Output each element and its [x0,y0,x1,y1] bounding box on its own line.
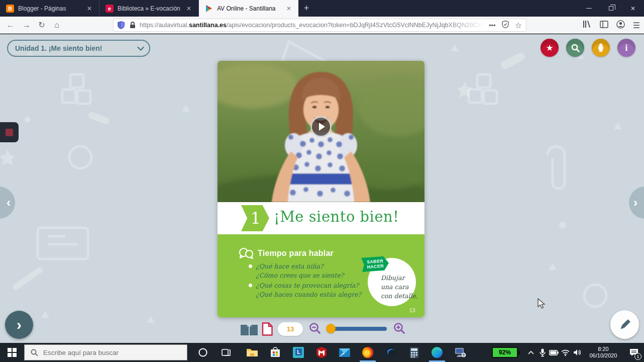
cortana-button[interactable] [191,343,214,362]
back-button[interactable]: ← [2,20,19,30]
tab-title: AV Online - Santillana [217,5,280,12]
volume-tray-button[interactable] [571,343,583,362]
bullet-icon [249,264,252,268]
person-icon [597,43,604,52]
tab-av-online-active[interactable]: AV Online - Santillana ✕ [199,0,298,17]
chevron-down-icon [137,44,144,51]
pc-share-button[interactable] [449,343,472,362]
zoom-out-icon[interactable] [309,322,321,334]
search-icon [31,349,38,356]
search-button[interactable] [566,39,584,57]
close-button[interactable]: ✕ [622,0,644,17]
edge-button[interactable] [425,343,449,362]
notification-count-badge: 1 [634,353,641,360]
bookmark-star-icon[interactable]: ☆ [515,21,522,30]
book-page: 1 ¡Me siento bien! Tiempo para hablar ¿Q… [218,61,424,317]
forward-button[interactable]: → [19,21,34,30]
play-video-button[interactable] [310,116,332,137]
tracking-protection-shield-icon[interactable] [118,21,125,29]
zoom-slider-knob[interactable] [326,324,336,333]
speech-bubbles-icon [239,247,254,259]
tab-close-icon[interactable]: ✕ [284,4,293,13]
page-number-field[interactable]: 13 [278,322,303,336]
browser-toolbar: ← → ↻ ⌂ https://aulavirtual.santillana.e… [0,17,644,34]
tray-date: 06/10/2020 [585,352,622,359]
action-center-button[interactable]: 1 [624,343,644,362]
new-tab-button[interactable]: + [298,0,314,17]
mail-button[interactable] [333,343,356,362]
unit-selector-dropdown[interactable]: Unidad 1. ¡Me siento bien! [7,40,150,57]
minimize-icon [586,8,592,9]
task-view-button[interactable] [214,343,238,362]
home-button[interactable]: ⌂ [49,21,64,30]
file-explorer-button[interactable] [241,343,264,362]
account-icon[interactable] [616,20,625,31]
taskbar-search-box[interactable] [24,344,187,360]
santillana-favicon-icon [205,5,213,13]
favorites-button[interactable]: ★ [541,39,559,57]
url-bar[interactable]: https://aulavirtual.santillana.es/apis/e… [113,19,526,32]
two-page-view-icon[interactable] [240,323,258,336]
chevron-right-icon: › [17,316,22,333]
l-app-icon: L [293,347,304,358]
annotate-button[interactable] [610,310,639,339]
calculator-icon [409,347,419,358]
lesson-video-still[interactable] [218,61,424,202]
question-line: ¿Qué haces cuando estás alegre? [256,290,361,299]
section-title: Tiempo para hablar [258,249,334,258]
system-tray: 92% [492,343,644,362]
question-line: ¿Cómo crees que se siente? [256,271,344,280]
speaker-icon [573,349,581,356]
library-icon[interactable] [583,20,592,30]
unit-selector-label: Unidad 1. ¡Me siento bien! [15,44,102,52]
tab-blogger[interactable]: B Blogger - Páginas ✕ [0,0,99,17]
microphone-tray-button[interactable] [536,343,548,362]
record-stop-icon [6,129,13,136]
zoom-in-icon[interactable] [393,322,405,334]
microsoft-store-button[interactable] [264,343,287,362]
unit-title: ¡Me siento bien! [274,208,399,225]
shield-check-icon[interactable] [502,21,509,30]
search-input[interactable] [43,349,169,356]
mcafee-button[interactable] [310,343,333,362]
store-icon [270,347,280,358]
page-controls: 13 [218,321,424,341]
info-button[interactable]: i [617,39,635,57]
mcafee-shield-icon [316,347,327,358]
url-text[interactable]: https://aulavirtual.santillana.es/apis/e… [140,22,489,29]
battery-percent-badge[interactable]: 92% [492,347,518,358]
hidden-icons-button[interactable] [525,343,536,362]
page-actions-icon[interactable]: ••• [489,22,496,29]
clock[interactable]: 8:20 06/10/2020 [585,346,622,359]
reload-button[interactable]: ↻ [34,20,49,30]
tab-close-icon[interactable]: ✕ [85,4,94,13]
svg-text:L: L [297,349,300,355]
task-line: Dibujar [381,274,418,283]
next-unit-button[interactable]: › [5,311,33,339]
profile-button[interactable] [592,39,610,57]
zoom-slider-track[interactable] [327,327,387,331]
tab-evocacion[interactable]: e Biblioteca » E-vocación ✕ [99,0,199,17]
url-domain: santillana.es [189,22,227,29]
tab-close-icon[interactable]: ✕ [184,4,193,13]
sidebar-icon[interactable] [600,21,608,30]
restore-button[interactable] [600,0,622,17]
l-app-button[interactable]: L [287,343,310,362]
battery-tray-button[interactable] [548,343,560,362]
windows-logo-icon [8,348,17,357]
minimize-button[interactable] [578,0,600,17]
blogger-favicon-icon: B [6,5,14,13]
info-icon: i [625,43,627,53]
menu-icon[interactable]: ☰ [633,21,640,30]
start-button[interactable] [0,343,24,362]
firefox-button[interactable] [356,343,379,362]
wifi-tray-button[interactable] [560,343,571,362]
single-page-view-icon[interactable] [262,322,273,336]
mouse-cursor [538,298,546,309]
calculator-button[interactable] [402,343,425,362]
swirl-app-button[interactable] [379,343,402,362]
task-view-icon [222,348,231,357]
unit-number-badge: 1 [241,205,269,231]
screen-recorder-tab[interactable] [0,122,19,142]
activity-section: Tiempo para hablar ¿Qué hace esta niña? … [218,234,424,317]
